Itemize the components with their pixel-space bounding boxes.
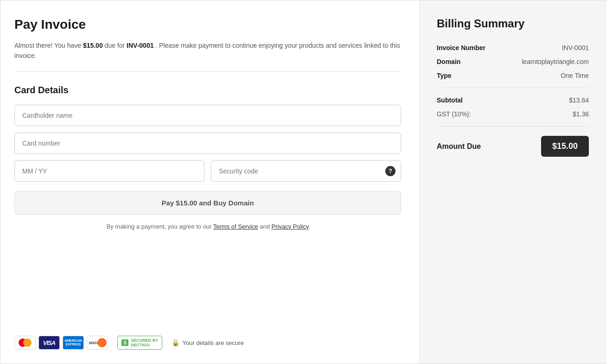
card-details-title: Card Details bbox=[14, 85, 401, 96]
page-container: Pay Invoice Almost there! You have $15.0… bbox=[0, 0, 606, 364]
sectigo-line1: SECURED BY bbox=[131, 338, 158, 343]
terms-middle: and bbox=[260, 223, 271, 230]
amount-due-badge: $15.00 bbox=[541, 136, 589, 157]
secure-label: Your details are secure bbox=[182, 339, 244, 346]
cardholder-name-input[interactable] bbox=[14, 105, 401, 126]
gst-value: $1.36 bbox=[573, 110, 589, 118]
invoice-number-label: Invoice Number bbox=[437, 44, 485, 51]
lock-icon: 🔒 bbox=[172, 339, 179, 346]
card-number-group bbox=[14, 133, 401, 154]
subtitle-amount: $15.00 bbox=[83, 42, 103, 49]
right-panel: Billing Summary Invoice Number INV-0001 … bbox=[420, 0, 606, 364]
subtotal-row: Subtotal $13.64 bbox=[437, 96, 589, 104]
domain-label: Domain bbox=[437, 58, 460, 65]
security-wrapper: ? bbox=[211, 160, 401, 182]
mastercard-icon bbox=[14, 336, 36, 350]
security-code-group: ? bbox=[211, 160, 401, 182]
subtitle-middle: due for bbox=[105, 42, 127, 49]
invoice-number-row: Invoice Number INV-0001 bbox=[437, 44, 589, 51]
terms-prefix: By making a payment, you agree to our bbox=[107, 223, 213, 230]
security-code-input[interactable] bbox=[211, 160, 401, 182]
domain-row: Domain learntoplaytriangle.com bbox=[437, 58, 589, 65]
expiry-security-row: ? bbox=[14, 160, 401, 182]
terms-text: By making a payment, you agree to our Te… bbox=[14, 223, 401, 230]
domain-value: learntoplaytriangle.com bbox=[522, 58, 589, 65]
left-panel: Pay Invoice Almost there! You have $15.0… bbox=[0, 0, 420, 364]
security-help-icon[interactable]: ? bbox=[385, 166, 395, 176]
gst-label: GST (10%): bbox=[437, 110, 471, 118]
footer-row: VISA AMERICANEXPRESS DISCOVER S SECURED … bbox=[14, 336, 401, 350]
section-divider bbox=[14, 71, 401, 72]
type-value: One Time bbox=[561, 72, 589, 79]
sectigo-s-icon: S bbox=[121, 339, 128, 346]
subtotal-value: $13.64 bbox=[569, 96, 589, 104]
expiry-group bbox=[14, 160, 204, 182]
pay-button[interactable]: Pay $15.00 and Buy Domain bbox=[14, 191, 401, 215]
cardholder-name-group bbox=[14, 105, 401, 126]
type-row: Type One Time bbox=[437, 72, 589, 79]
discover-icon: DISCOVER bbox=[87, 336, 108, 350]
privacy-policy-link[interactable]: Privacy Policy bbox=[272, 223, 309, 230]
sectigo-line2: SECTIGO bbox=[131, 343, 150, 347]
terms-of-service-link[interactable]: Terms of Service bbox=[213, 223, 258, 230]
subtitle: Almost there! You have $15.00 due for IN… bbox=[14, 40, 401, 61]
card-icons: VISA AMERICANEXPRESS DISCOVER bbox=[14, 336, 108, 350]
amount-due-section: Amount Due $15.00 bbox=[437, 136, 589, 157]
amex-icon: AMERICANEXPRESS bbox=[63, 336, 84, 350]
billing-divider-1 bbox=[437, 88, 589, 88]
sectigo-badge: S SECURED BY SECTIGO bbox=[117, 336, 162, 350]
card-number-input[interactable] bbox=[14, 133, 401, 154]
billing-divider-2 bbox=[437, 126, 589, 127]
secure-text-container: 🔒 Your details are secure bbox=[172, 339, 244, 346]
mc-circle-right bbox=[23, 338, 32, 347]
visa-icon: VISA bbox=[38, 336, 60, 350]
sectigo-text: SECURED BY SECTIGO bbox=[131, 338, 158, 347]
invoice-number-value: INV-0001 bbox=[562, 44, 589, 51]
gst-row: GST (10%): $1.36 bbox=[437, 110, 589, 118]
type-label: Type bbox=[437, 72, 452, 79]
expiry-input[interactable] bbox=[14, 160, 204, 182]
subtotal-label: Subtotal bbox=[437, 96, 463, 104]
discover-circle bbox=[97, 338, 107, 347]
subtitle-invoice: INV-0001 bbox=[127, 42, 153, 49]
billing-title: Billing Summary bbox=[437, 17, 589, 30]
page-title: Pay Invoice bbox=[14, 17, 401, 32]
amount-due-label: Amount Due bbox=[437, 142, 481, 151]
subtitle-prefix: Almost there! You have bbox=[14, 42, 83, 49]
